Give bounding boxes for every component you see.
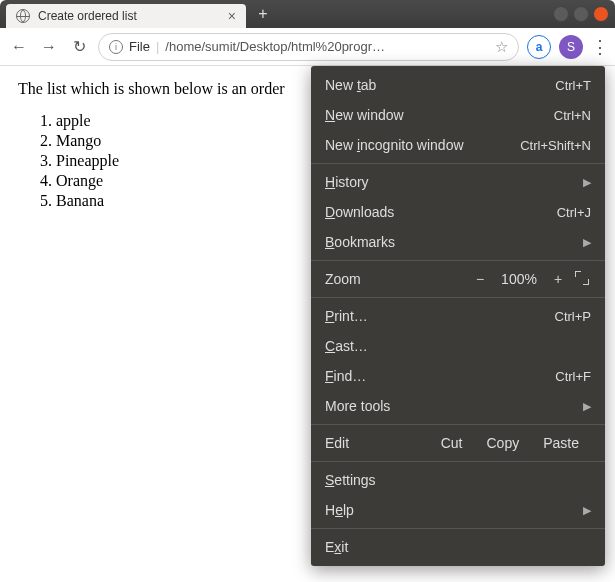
menu-separator: [311, 461, 605, 462]
menu-cut[interactable]: Cut: [429, 435, 475, 451]
menu-settings[interactable]: Settings: [311, 465, 605, 495]
menu-button[interactable]: ⋮: [591, 38, 607, 56]
submenu-arrow-icon: ▶: [583, 504, 591, 517]
site-info-icon[interactable]: i: [109, 40, 123, 54]
menu-exit[interactable]: Exit: [311, 532, 605, 562]
menu-separator: [311, 528, 605, 529]
submenu-arrow-icon: ▶: [583, 400, 591, 413]
menu-separator: [311, 260, 605, 261]
globe-icon: [16, 9, 30, 23]
submenu-arrow-icon: ▶: [583, 176, 591, 189]
fullscreen-button[interactable]: [575, 271, 591, 288]
profile-avatar[interactable]: S: [559, 35, 583, 59]
zoom-out-button[interactable]: −: [471, 271, 489, 287]
browser-tab[interactable]: Create ordered list ×: [6, 4, 246, 28]
reload-button[interactable]: ↻: [68, 37, 90, 56]
menu-cast[interactable]: Cast…: [311, 331, 605, 361]
menu-separator: [311, 163, 605, 164]
bookmark-star-icon[interactable]: ☆: [495, 38, 508, 56]
menu-paste[interactable]: Paste: [531, 435, 591, 451]
new-tab-button[interactable]: +: [252, 3, 274, 25]
submenu-arrow-icon: ▶: [583, 236, 591, 249]
window-controls: [553, 6, 609, 22]
url-path: /home/sumit/Desktop/html%20progr…: [165, 39, 385, 54]
extension-icon[interactable]: a: [527, 35, 551, 59]
back-button[interactable]: ←: [8, 38, 30, 56]
close-tab-icon[interactable]: ×: [228, 8, 236, 24]
browser-menu: New tab Ctrl+T New window Ctrl+N New inc…: [311, 66, 605, 566]
menu-find[interactable]: Find… Ctrl+F: [311, 361, 605, 391]
menu-separator: [311, 297, 605, 298]
menu-history[interactable]: History ▶: [311, 167, 605, 197]
menu-copy[interactable]: Copy: [475, 435, 532, 451]
menu-edit-row: Edit Cut Copy Paste: [311, 428, 605, 458]
close-window-icon[interactable]: [593, 6, 609, 22]
menu-help[interactable]: Help ▶: [311, 495, 605, 525]
address-bar[interactable]: i File | /home/sumit/Desktop/html%20prog…: [98, 33, 519, 61]
menu-bookmarks[interactable]: Bookmarks ▶: [311, 227, 605, 257]
menu-separator: [311, 424, 605, 425]
tab-title: Create ordered list: [38, 9, 137, 23]
menu-new-window[interactable]: New window Ctrl+N: [311, 100, 605, 130]
fullscreen-icon: [575, 271, 589, 285]
minimize-icon[interactable]: [553, 6, 569, 22]
menu-downloads[interactable]: Downloads Ctrl+J: [311, 197, 605, 227]
menu-more-tools[interactable]: More tools ▶: [311, 391, 605, 421]
forward-button[interactable]: →: [38, 38, 60, 56]
url-scheme: File: [129, 39, 150, 54]
maximize-icon[interactable]: [573, 6, 589, 22]
zoom-value: 100%: [497, 271, 541, 287]
title-bar: Create ordered list × +: [0, 0, 615, 28]
menu-print[interactable]: Print… Ctrl+P: [311, 301, 605, 331]
toolbar: ← → ↻ i File | /home/sumit/Desktop/html%…: [0, 28, 615, 66]
menu-zoom: Zoom − 100% +: [311, 264, 605, 294]
menu-incognito[interactable]: New incognito window Ctrl+Shift+N: [311, 130, 605, 160]
zoom-in-button[interactable]: +: [549, 271, 567, 287]
menu-new-tab[interactable]: New tab Ctrl+T: [311, 70, 605, 100]
